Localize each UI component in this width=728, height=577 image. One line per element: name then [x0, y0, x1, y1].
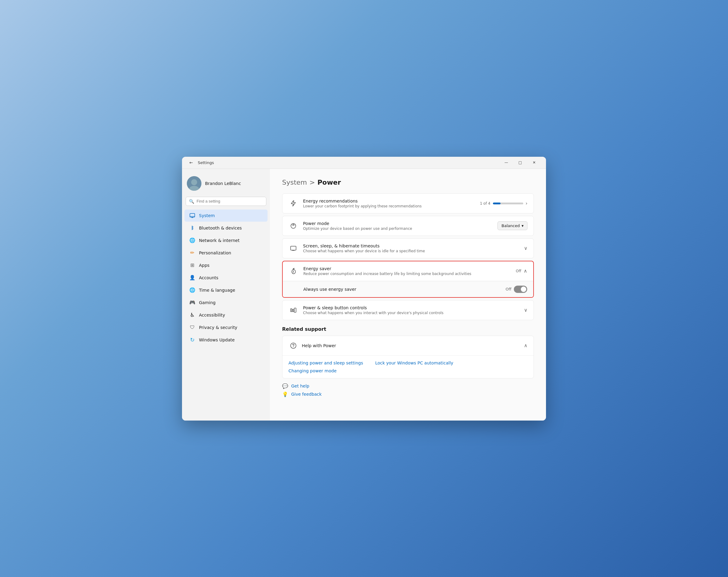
- energy-saver-desc: Reduce power consumption and increase ba…: [303, 272, 511, 276]
- sidebar-item-privacy-label: Privacy & security: [199, 325, 237, 330]
- window-content: Brandon LeBlanc 🔍 System ᛒ B: [182, 169, 546, 420]
- energy-recommendations-desc: Lower your carbon footprint by applying …: [303, 204, 475, 208]
- give-feedback-item: 💡 Give feedback: [282, 391, 534, 397]
- window-title: Settings: [198, 160, 214, 165]
- help-links: Adjusting power and sleep settings Lock …: [282, 356, 534, 378]
- dropdown-chevron-icon: ▾: [521, 223, 524, 228]
- sidebar-item-personalization-label: Personalization: [199, 250, 231, 255]
- related-support-title: Related support: [282, 326, 534, 332]
- help-header[interactable]: Help with Power ∧: [282, 336, 534, 356]
- help-links-row-2: Changing power mode: [288, 368, 527, 373]
- screen-sleep-control: ∨: [524, 245, 527, 251]
- power-mode-row[interactable]: Power mode Optimize your device based on…: [282, 216, 534, 236]
- screen-sleep-title: Screen, sleep, & hibernate timeouts: [303, 244, 519, 248]
- help-title: Help with Power: [302, 343, 336, 348]
- always-use-energy-saver-toggle[interactable]: [514, 285, 527, 293]
- bluetooth-icon: ᛒ: [189, 225, 196, 231]
- power-sleep-btn-icon: [288, 305, 298, 315]
- get-help-link[interactable]: Get help: [291, 384, 309, 388]
- power-mode-dropdown[interactable]: Balanced ▾: [497, 221, 527, 230]
- energy-recommendations-progress-fill: [493, 202, 500, 204]
- energy-saver-control: Off ∧: [516, 268, 527, 274]
- help-card: Help with Power ∧ Adjusting power and sl…: [282, 336, 534, 378]
- accessibility-icon: ♿: [189, 312, 196, 318]
- power-sleep-btn-chevron-icon: ∨: [524, 307, 527, 313]
- energy-saver-chevron-icon: ∧: [524, 268, 527, 274]
- settings-window: ← Settings — □ ✕ Brandon LeBlanc: [182, 157, 546, 420]
- minimize-button[interactable]: —: [499, 158, 513, 167]
- sidebar-item-network-label: Network & internet: [199, 238, 240, 243]
- sidebar-item-gaming[interactable]: 🎮 Gaming: [184, 297, 267, 309]
- energy-saver-row[interactable]: Energy saver Reduce power consumption an…: [283, 262, 533, 281]
- chevron-right-icon: ›: [526, 200, 527, 206]
- close-button[interactable]: ✕: [527, 158, 541, 167]
- energy-saver-card: Energy saver Reduce power consumption an…: [282, 261, 534, 298]
- energy-recommendations-row[interactable]: Energy recommendations Lower your carbon…: [282, 194, 534, 213]
- main-content: System > Power Energy recommendations Lo…: [270, 169, 546, 420]
- help-chevron-icon: ∧: [524, 342, 527, 348]
- footer-links: 💬 Get help 💡 Give feedback: [282, 383, 534, 397]
- help-link-power-mode[interactable]: Changing power mode: [288, 368, 337, 373]
- power-sleep-btn-desc: Choose what happens when you interact wi…: [303, 311, 519, 315]
- energy-recommendations-icon: [288, 199, 298, 208]
- get-help-item: 💬 Get help: [282, 383, 534, 389]
- avatar: [187, 176, 201, 191]
- network-icon: 🌐: [189, 238, 196, 244]
- gaming-icon: 🎮: [189, 300, 196, 306]
- sidebar-item-bluetooth[interactable]: ᛒ Bluetooth & devices: [184, 222, 267, 234]
- system-icon: [189, 213, 196, 219]
- svg-point-14: [293, 347, 294, 347]
- svg-rect-3: [190, 214, 195, 217]
- svg-rect-4: [191, 217, 193, 218]
- power-sleep-btn-card: Power & sleep button controls Choose wha…: [282, 300, 534, 320]
- energy-recommendations-text: Energy recommendations Lower your carbon…: [303, 199, 475, 208]
- apps-icon: ⊞: [189, 262, 196, 268]
- sidebar-item-system[interactable]: System: [184, 210, 267, 222]
- power-sleep-btn-title: Power & sleep button controls: [303, 305, 519, 310]
- sidebar-item-time-label: Time & language: [199, 288, 235, 293]
- back-button[interactable]: ←: [187, 158, 196, 167]
- energy-recommendations-progress-text: 1 of 4: [480, 201, 490, 205]
- power-sleep-btn-control: ∨: [524, 307, 527, 313]
- sidebar-item-update[interactable]: ↻ Windows Update: [184, 334, 267, 346]
- sidebar-item-network[interactable]: 🌐 Network & internet: [184, 235, 267, 247]
- user-name: Brandon LeBlanc: [205, 181, 241, 186]
- titlebar: ← Settings — □ ✕: [182, 157, 546, 169]
- sidebar-item-update-label: Windows Update: [199, 337, 235, 342]
- power-mode-card: Power mode Optimize your device based on…: [282, 216, 534, 236]
- personalization-icon: ✏: [189, 250, 196, 256]
- svg-rect-7: [291, 246, 296, 250]
- screen-sleep-icon: [288, 244, 298, 253]
- maximize-button[interactable]: □: [513, 158, 527, 167]
- sidebar-item-apps[interactable]: ⊞ Apps: [184, 259, 267, 271]
- sidebar-item-privacy[interactable]: 🛡 Privacy & security: [184, 321, 267, 333]
- sidebar-item-personalization[interactable]: ✏ Personalization: [184, 247, 267, 259]
- help-icon: [288, 341, 298, 351]
- sidebar-item-time[interactable]: 🌐 Time & language: [184, 284, 267, 296]
- breadcrumb: System > Power: [282, 178, 534, 186]
- help-link-lock-pc[interactable]: Lock your Windows PC automatically: [375, 360, 453, 365]
- help-link-power-sleep[interactable]: Adjusting power and sleep settings: [288, 360, 363, 365]
- page-header: System > Power: [282, 178, 534, 186]
- user-profile: Brandon LeBlanc: [182, 174, 270, 196]
- energy-saver-text: Energy saver Reduce power consumption an…: [303, 266, 511, 276]
- help-links-row-1: Adjusting power and sleep settings Lock …: [288, 360, 527, 365]
- search-box[interactable]: 🔍: [186, 197, 266, 206]
- screen-sleep-desc: Choose what happens when your device is …: [303, 249, 519, 253]
- give-feedback-icon: 💡: [282, 391, 288, 397]
- search-input[interactable]: [197, 199, 263, 203]
- give-feedback-link[interactable]: Give feedback: [291, 392, 321, 396]
- svg-rect-11: [292, 309, 294, 312]
- svg-rect-5: [190, 216, 195, 217]
- always-use-energy-saver-status: Off: [506, 287, 512, 292]
- energy-saver-icon: [289, 266, 298, 276]
- power-sleep-btn-row[interactable]: Power & sleep button controls Choose wha…: [282, 300, 534, 320]
- update-icon: ↻: [189, 337, 196, 343]
- energy-saver-status: Off: [516, 269, 521, 273]
- sidebar-item-accessibility-label: Accessibility: [199, 312, 225, 318]
- sidebar-item-accounts[interactable]: 👤 Accounts: [184, 272, 267, 284]
- screen-sleep-row[interactable]: Screen, sleep, & hibernate timeouts Choo…: [282, 239, 534, 258]
- sidebar-item-accessibility[interactable]: ♿ Accessibility: [184, 309, 267, 321]
- energy-saver-sub-row: Always use energy saver Off: [283, 281, 533, 297]
- breadcrumb-separator: >: [309, 178, 315, 186]
